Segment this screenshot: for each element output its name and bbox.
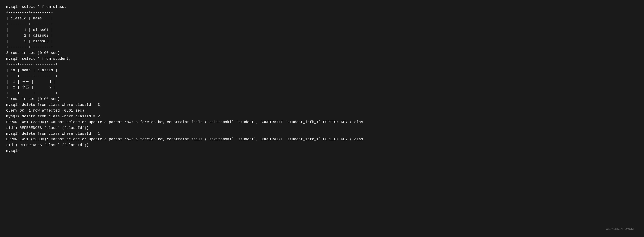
terminal-line: | 2 | class02 | [6, 33, 638, 39]
terminal-line: +---------+---------+ [6, 10, 638, 16]
terminal-line: | id | name | classId | [6, 68, 638, 73]
terminal-window: mysql> select * from class;+---------+--… [6, 4, 638, 233]
terminal-line: Query OK, 1 row affected (0.01 sec) [6, 108, 638, 114]
terminal-line: mysql> select * from class; [6, 4, 638, 10]
terminal-line: | 1 | 张三 | 1 | [6, 79, 638, 85]
terminal-line: +----+------+---------+ [6, 90, 638, 96]
terminal-line: | classId | name | [6, 16, 638, 22]
terminal-line: mysql> delete from class where classId =… [6, 114, 638, 120]
terminal-line: +---------+---------+ [6, 44, 638, 50]
terminal-line: 3 rows in set (0.00 sec) [6, 50, 638, 56]
terminal-line: | 3 | class03 | [6, 39, 638, 44]
terminal-line: | 1 | class01 | [6, 27, 638, 33]
terminal-line: sId`) REFERENCES `class` (`classId`)) [6, 142, 638, 148]
terminal-line: mysql> delete from class where classId =… [6, 102, 638, 108]
terminal-line: +----+------+---------+ [6, 73, 638, 79]
terminal-output: mysql> select * from class;+---------+--… [6, 4, 638, 154]
terminal-line: mysql> [6, 148, 638, 154]
terminal-line: mysql> select * from student; [6, 56, 638, 62]
terminal-line: sId`) REFERENCES `class` (`classId`)) [6, 125, 638, 131]
terminal-line: ERROR 1451 (23000): Cannot delete or upd… [6, 136, 638, 142]
terminal-line: ERROR 1451 (23000): Cannot delete or upd… [6, 120, 638, 125]
terminal-line: +---------+---------+ [6, 22, 638, 27]
terminal-line: 2 rows in set (0.00 sec) [6, 96, 638, 102]
terminal-line: | 2 | 李四 | 2 | [6, 85, 638, 90]
terminal-line: +----+------+---------+ [6, 62, 638, 68]
watermark-text: CSDN @SEKITOMOKI [606, 227, 634, 231]
terminal-line: mysql> delete from class where classId =… [6, 131, 638, 137]
